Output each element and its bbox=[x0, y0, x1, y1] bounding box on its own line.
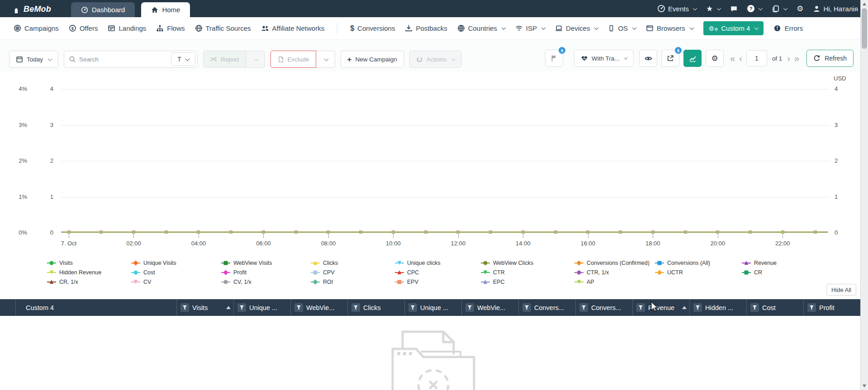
legend-item[interactable]: Profit bbox=[221, 268, 311, 277]
legend-item[interactable]: WebView Visits bbox=[221, 258, 311, 268]
legend-item[interactable]: CR bbox=[742, 268, 834, 277]
nav-landings[interactable]: Landings bbox=[108, 24, 146, 32]
next-page-button[interactable]: › bbox=[787, 53, 790, 64]
legend-item[interactable]: Unique Visits bbox=[131, 258, 221, 268]
table-column-header[interactable]: Unique ... bbox=[404, 299, 461, 316]
tab-home[interactable]: Home bbox=[141, 2, 190, 17]
legend-item[interactable]: Unique clicks bbox=[395, 258, 481, 268]
legend-item[interactable]: AP bbox=[574, 277, 655, 287]
page-number-input[interactable] bbox=[746, 50, 767, 66]
legend-item[interactable]: CTR bbox=[481, 268, 574, 277]
exclude-button[interactable]: Exclude bbox=[270, 51, 316, 68]
nav-countries[interactable]: Countries bbox=[457, 24, 505, 32]
hide-all-button[interactable]: Hide All bbox=[826, 284, 856, 296]
exclude-dropdown[interactable] bbox=[316, 51, 335, 68]
table-column-header[interactable]: WebVie... bbox=[290, 299, 347, 316]
nav-campaigns[interactable]: Campaigns bbox=[14, 24, 59, 32]
legend-item[interactable]: CPC bbox=[395, 268, 481, 277]
search-input[interactable] bbox=[79, 56, 152, 63]
table-column-header[interactable]: Clicks bbox=[347, 299, 404, 316]
nav-errors[interactable]: !Errors bbox=[773, 24, 803, 32]
table-column-header[interactable]: Convers... bbox=[518, 299, 575, 316]
legend-item[interactable]: Conversions (Confirmed) bbox=[574, 258, 655, 268]
preview-button[interactable] bbox=[639, 50, 657, 67]
filter-icon[interactable] bbox=[237, 303, 246, 312]
legend-item[interactable]: WebView Clicks bbox=[481, 258, 574, 268]
table-column-header[interactable]: Cost bbox=[746, 299, 803, 316]
actions-button[interactable]: Actions bbox=[409, 51, 462, 68]
filter-icon[interactable] bbox=[408, 303, 417, 312]
vertical-scrollbar[interactable] bbox=[860, 0, 868, 390]
table-group-column[interactable]: Custom 4 bbox=[16, 299, 176, 316]
scrollbar-thumb[interactable] bbox=[862, 8, 867, 49]
settings-button[interactable]: ⚙ bbox=[797, 5, 803, 13]
filter-icon[interactable] bbox=[294, 303, 303, 312]
share-button[interactable]: $ bbox=[661, 50, 679, 67]
nav-traffic-sources[interactable]: Traffic Sources bbox=[195, 24, 251, 32]
nav-flows[interactable]: Flows bbox=[156, 24, 185, 32]
report-button[interactable]: Report bbox=[203, 51, 246, 68]
scroll-up-arrow[interactable] bbox=[863, 3, 866, 5]
legend-item[interactable]: EPV bbox=[395, 277, 481, 287]
legend-item[interactable]: UCTR bbox=[655, 268, 742, 277]
table-column-header[interactable]: WebVie... bbox=[461, 299, 518, 316]
legend-item[interactable]: Clicks bbox=[311, 258, 395, 268]
legend-item[interactable]: CTR, 1/x bbox=[574, 268, 655, 277]
events-menu[interactable]: Events bbox=[657, 5, 697, 13]
nav-affiliate-networks[interactable]: Affiliate Networks bbox=[261, 24, 325, 32]
nav-os[interactable]: OS bbox=[608, 24, 636, 32]
filter-icon[interactable] bbox=[636, 303, 645, 312]
table-column-header[interactable]: Revenue bbox=[632, 299, 689, 316]
legend-item[interactable]: Visits bbox=[47, 258, 131, 268]
nav-postbacks[interactable]: Postbacks bbox=[405, 24, 447, 32]
report-dropdown[interactable] bbox=[246, 51, 265, 68]
docs-menu[interactable] bbox=[772, 5, 787, 13]
scroll-down-arrow[interactable] bbox=[863, 385, 866, 387]
filter-icon[interactable] bbox=[351, 303, 360, 312]
flag-filter-button[interactable]: $ bbox=[545, 50, 563, 67]
nav-isp[interactable]: ISP bbox=[515, 24, 545, 32]
filter-icon[interactable] bbox=[465, 303, 474, 312]
table-column-header[interactable]: Profit bbox=[803, 299, 860, 316]
chat-button[interactable] bbox=[730, 5, 738, 13]
last-page-button[interactable]: » bbox=[794, 53, 799, 64]
new-campaign-button[interactable]: New Campaign bbox=[341, 51, 404, 68]
tab-dashboard[interactable]: Dashboard bbox=[71, 2, 135, 17]
legend-item[interactable]: CV, 1/x bbox=[221, 277, 311, 287]
refresh-button[interactable]: Refresh bbox=[806, 50, 854, 67]
search-type-dropdown[interactable]: T bbox=[171, 52, 195, 66]
filter-icon[interactable] bbox=[180, 303, 189, 312]
nav-custom-4[interactable]: ⚙⚙Custom 4 bbox=[703, 21, 764, 35]
filter-icon[interactable] bbox=[807, 303, 816, 312]
table-column-header[interactable]: Hidden ... bbox=[689, 299, 746, 316]
legend-item[interactable]: Conversions (All) bbox=[655, 258, 742, 268]
legend-item[interactable]: CV bbox=[131, 277, 221, 287]
app-logo[interactable]: BeMob bbox=[0, 5, 63, 17]
table-column-header[interactable]: Visits bbox=[176, 299, 233, 316]
table-column-header[interactable]: Unique ... bbox=[233, 299, 290, 316]
nav-conversions[interactable]: $Conversions bbox=[350, 24, 395, 33]
legend-item[interactable]: Revenue bbox=[742, 258, 834, 268]
chart-toggle-button[interactable] bbox=[683, 50, 702, 67]
date-range-button[interactable]: Today bbox=[9, 51, 58, 68]
legend-item[interactable]: CPV bbox=[311, 268, 395, 277]
legend-item[interactable]: Cost bbox=[131, 268, 221, 277]
filter-icon[interactable] bbox=[750, 303, 759, 312]
user-menu[interactable]: Hi, Наталія bbox=[813, 5, 858, 13]
legend-item[interactable]: ROI bbox=[311, 277, 395, 287]
with-traffic-filter[interactable]: With Tra... bbox=[574, 50, 634, 67]
help-menu[interactable] bbox=[747, 5, 762, 12]
filter-icon[interactable] bbox=[693, 303, 702, 312]
table-column-header[interactable]: Convers... bbox=[575, 299, 632, 316]
first-page-button[interactable]: « bbox=[730, 53, 735, 64]
filter-icon[interactable] bbox=[579, 303, 588, 312]
filter-icon[interactable] bbox=[522, 303, 531, 312]
nav-offers[interactable]: $Offers bbox=[69, 24, 98, 32]
nav-browsers[interactable]: Browsers bbox=[646, 24, 693, 32]
columns-settings-button[interactable]: ⚙ bbox=[706, 50, 724, 67]
legend-item[interactable]: CR, 1/x bbox=[47, 277, 131, 287]
legend-item[interactable]: Hidden Revenue bbox=[47, 268, 131, 277]
legend-item[interactable]: EPC bbox=[481, 277, 574, 287]
prev-page-button[interactable]: ‹ bbox=[739, 53, 742, 64]
favorites-menu[interactable]: ★ bbox=[706, 4, 721, 14]
